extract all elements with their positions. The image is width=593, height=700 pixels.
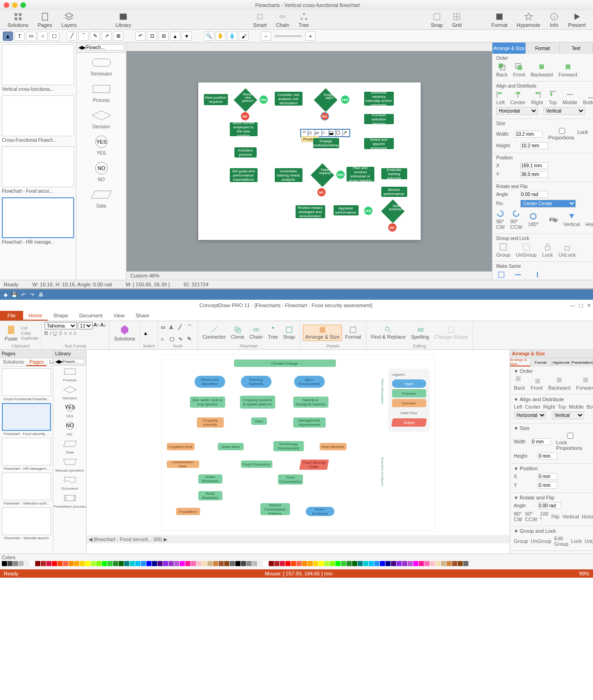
wfront[interactable]: Front [530, 376, 543, 391]
color-swatch[interactable] [274, 561, 279, 566]
node[interactable]: Food Consumption [278, 474, 303, 485]
thumb-3[interactable]: Flowchart - Food secur... [2, 146, 74, 194]
node[interactable]: Move current employee to the new positio… [230, 122, 258, 136]
cut-button[interactable]: Cut [21, 326, 38, 330]
node[interactable]: Population [176, 508, 200, 515]
color-swatch[interactable] [397, 561, 402, 566]
wg-eg[interactable]: Edit Group [554, 536, 568, 547]
lib-dd[interactable] [63, 359, 84, 364]
node[interactable]: Induction process [234, 147, 257, 158]
wg-ul[interactable]: UnLock [585, 538, 593, 544]
color-swatch[interactable] [435, 561, 441, 566]
node[interactable]: Urbanization Rate [167, 460, 199, 468]
node[interactable]: Yield [251, 417, 267, 425]
color-swatch[interactable] [263, 561, 268, 566]
group-tool[interactable]: ⊡ [147, 32, 157, 41]
color-swatch[interactable] [252, 561, 257, 566]
no-node[interactable]: NO [317, 188, 326, 196]
color-swatch[interactable] [96, 561, 101, 566]
undo-tool[interactable]: ↶ [135, 32, 145, 41]
color-swatch[interactable] [302, 561, 307, 566]
win-canvas[interactable]: Climate Change Resources Allocation Farm… [87, 350, 510, 554]
wr-cw[interactable]: 90º CW [514, 511, 522, 522]
node[interactable]: Natural & biological hazards [293, 397, 328, 408]
close-icon[interactable]: ✕ [587, 303, 591, 309]
ww[interactable] [531, 438, 551, 445]
print-icon[interactable]: 🖶 [37, 291, 44, 298]
shape-data[interactable]: Data [76, 185, 126, 211]
width-input[interactable] [515, 131, 543, 138]
lib-search[interactable] [86, 44, 124, 50]
wshape-data[interactable]: Data [53, 438, 86, 456]
no-node-selected[interactable]: NO [321, 112, 329, 120]
wy[interactable] [538, 482, 557, 489]
shape-process[interactable]: Process [76, 79, 126, 106]
rounded-tool[interactable]: ▢ [49, 32, 59, 41]
smart-button[interactable]: Smart [249, 11, 270, 29]
align-bottom[interactable]: Bottom [583, 90, 593, 105]
underline-button[interactable]: U [53, 330, 57, 336]
rot-ccw[interactable]: 90º CCW [510, 209, 522, 230]
color-swatch[interactable] [41, 561, 46, 566]
thumb-2[interactable]: Cross-Functional Flowch... [2, 95, 74, 143]
color-swatch[interactable] [424, 561, 429, 566]
wal-r[interactable]: Right [543, 404, 555, 410]
node[interactable]: Farming Systems [241, 376, 271, 388]
wal-l[interactable]: Left [514, 404, 522, 410]
color-swatch[interactable] [374, 561, 379, 566]
brush-tool[interactable]: 🖌 [239, 32, 249, 41]
color-swatch[interactable] [130, 561, 135, 566]
align-center[interactable]: Center [510, 90, 525, 105]
wshape-process[interactable]: Process [53, 366, 86, 384]
tree-button[interactable]: Tree [266, 325, 280, 341]
align-center-button[interactable]: ≡ [69, 330, 71, 336]
front-button[interactable]: Front [513, 63, 525, 77]
color-swatch[interactable] [24, 561, 29, 566]
wr-ccw[interactable]: 90º CCW [525, 511, 537, 522]
stamp-tool[interactable]: ⊞ [113, 32, 123, 41]
rot-cw[interactable]: 90º CW [496, 209, 505, 230]
tab-format[interactable]: Format [526, 43, 559, 54]
rect-tool[interactable]: ▭ [161, 324, 168, 330]
front-tool[interactable]: ▲ [170, 32, 180, 41]
color-swatch[interactable] [296, 561, 302, 566]
wshape-predef[interactable]: Predefined process [53, 492, 86, 510]
wfv[interactable]: Vertical [562, 514, 579, 519]
rect-tool[interactable]: ▭ [26, 32, 36, 41]
color-swatch[interactable] [63, 561, 68, 566]
wshape-document[interactable]: Document [53, 474, 86, 492]
zoom-slider[interactable] [274, 35, 302, 37]
color-swatch[interactable] [430, 561, 435, 566]
chain-button[interactable]: Chain [247, 325, 265, 341]
node[interactable]: Employ staff? [316, 91, 335, 109]
color-swatch[interactable] [319, 561, 324, 566]
color-swatch[interactable] [385, 561, 391, 566]
flip-h[interactable]: Horizontal [586, 212, 593, 227]
pointer-tool[interactable]: ▲ [143, 330, 148, 336]
align-top[interactable]: Top [549, 90, 557, 105]
wg-g[interactable]: Group [514, 538, 528, 544]
find-button[interactable]: Find & Replace [369, 325, 408, 341]
wdist-v[interactable]: Vertical [552, 411, 584, 419]
no-node[interactable]: NO [388, 223, 397, 232]
connector-tool[interactable]: ↗ [101, 32, 112, 41]
text-tool[interactable]: A [170, 325, 177, 330]
ellipse-tool[interactable]: ○ [38, 32, 48, 41]
zoom-dropdown[interactable]: Custom 48% [130, 273, 159, 278]
tab-home[interactable]: Home [23, 311, 48, 321]
font-select[interactable]: Tahoma [44, 322, 77, 329]
pen-tool[interactable]: ✎ [187, 336, 195, 342]
unlock-btn[interactable]: UnLock [558, 243, 575, 258]
color-swatch[interactable] [180, 561, 185, 566]
node[interactable]: Cropping Intensity [197, 417, 224, 428]
shape-no[interactable]: NONO [76, 158, 126, 185]
color-swatch[interactable] [413, 561, 418, 566]
wback[interactable]: Back [514, 376, 525, 391]
duplicate-button[interactable]: Duplicate [21, 336, 38, 341]
color-swatch[interactable] [441, 561, 446, 566]
wtab-format[interactable]: Format [530, 358, 551, 366]
color-swatch[interactable] [408, 561, 413, 566]
color-swatch[interactable] [219, 561, 224, 566]
color-swatch[interactable] [163, 561, 168, 566]
color-swatch[interactable] [102, 561, 107, 566]
